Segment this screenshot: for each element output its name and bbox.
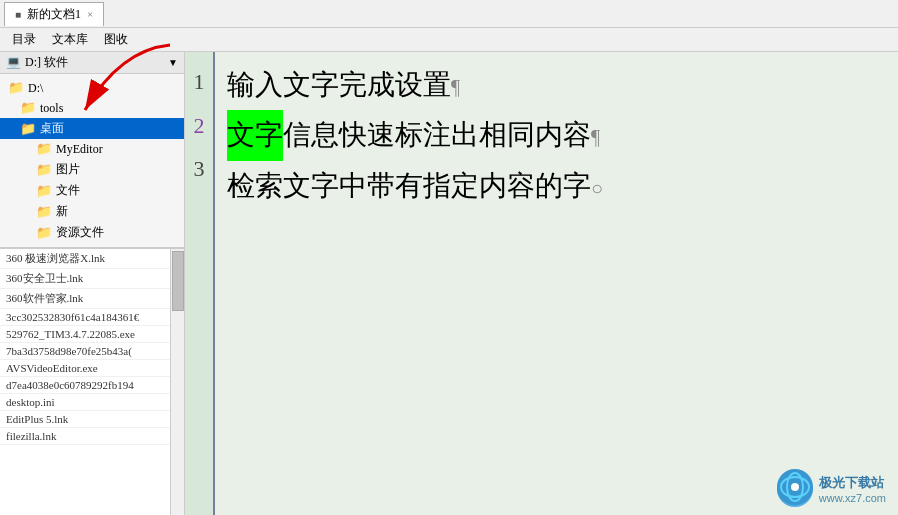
- drive-header[interactable]: 💻 D:] 软件 ▼: [0, 52, 184, 74]
- menu-item-other[interactable]: 图收: [96, 29, 136, 50]
- text-line-3: 检索文字中带有指定内容的字○: [227, 161, 888, 211]
- folder-label: D:\: [28, 81, 43, 96]
- file-item[interactable]: 7ba3d3758d98e70fe25b43a(: [0, 343, 184, 360]
- file-item[interactable]: 3cc302532830f61c4a184361€: [0, 309, 184, 326]
- folder-label: MyEditor: [56, 142, 103, 157]
- drive-icon: 💻: [6, 55, 21, 70]
- scrollbar-thumb[interactable]: [172, 251, 184, 311]
- folder-item-new[interactable]: 📁 新: [0, 201, 184, 222]
- file-item[interactable]: 360软件管家.lnk: [0, 289, 184, 309]
- document-icon: ■: [15, 9, 21, 20]
- file-item[interactable]: 360 极速浏览器X.lnk: [0, 249, 184, 269]
- menu-bar: 目录 文本库 图收: [0, 28, 898, 52]
- scrollbar[interactable]: [170, 249, 184, 515]
- folder-icon: 📁: [36, 141, 52, 157]
- line-num-1: 1: [185, 60, 213, 104]
- folder-tree: 📁 D:\ 📁 tools 📁 桌面 📁 MyEditor: [0, 74, 184, 247]
- file-item[interactable]: filezilla.lnk: [0, 428, 184, 445]
- folder-label: 桌面: [40, 120, 64, 137]
- file-item[interactable]: desktop.ini: [0, 394, 184, 411]
- folder-icon: 📁: [20, 121, 36, 137]
- watermark: 极光下载站 www.xz7.com: [777, 471, 886, 507]
- sidebar: 💻 D:] 软件 ▼ 📁 D:\ 📁 tools 📁 桌面: [0, 52, 185, 515]
- file-item[interactable]: AVSVideoEditor.exe: [0, 360, 184, 377]
- folder-icon: 📁: [8, 80, 24, 96]
- folder-icon: 📁: [20, 100, 36, 116]
- watermark-site: www.xz7.com: [819, 492, 886, 504]
- watermark-logo-text: [777, 469, 813, 510]
- svg-point-3: [791, 483, 799, 491]
- folder-item-drive[interactable]: 📁 D:\: [0, 78, 184, 98]
- highlighted-text: 文字: [227, 110, 283, 160]
- line2-text-after: 信息快速标注出相同内容: [283, 110, 591, 160]
- folder-label: 文件: [56, 182, 80, 199]
- file-item[interactable]: EditPlus 5.lnk: [0, 411, 184, 428]
- text-line-2: 文字信息快速标注出相同内容¶: [227, 110, 888, 160]
- folder-label: tools: [40, 101, 63, 116]
- drive-label: D:] 软件: [25, 54, 68, 71]
- folder-item-files[interactable]: 📁 文件: [0, 180, 184, 201]
- file-item[interactable]: d7ea4038e0c60789292fb194: [0, 377, 184, 394]
- folder-item-tools[interactable]: 📁 tools: [0, 98, 184, 118]
- sidebar-top: 💻 D:] 软件 ▼ 📁 D:\ 📁 tools 📁 桌面: [0, 52, 184, 248]
- watermark-info: 极光下载站 www.xz7.com: [819, 474, 886, 504]
- line-num-3: 3: [185, 147, 213, 191]
- menu-item-textlib[interactable]: 文本库: [44, 29, 96, 50]
- line3-text: 检索文字中带有指定内容的字: [227, 161, 591, 211]
- file-item[interactable]: 529762_TIM3.4.7.22085.exe: [0, 326, 184, 343]
- tab-label: 新的文档1: [27, 6, 81, 23]
- line-num-2: 2: [185, 104, 213, 148]
- folder-label: 资源文件: [56, 224, 104, 241]
- main-layout: 💻 D:] 软件 ▼ 📁 D:\ 📁 tools 📁 桌面: [0, 52, 898, 515]
- menu-item-directory[interactable]: 目录: [4, 29, 44, 50]
- file-item[interactable]: 360安全卫士.lnk: [0, 269, 184, 289]
- line-numbers: 1 2 3: [185, 52, 215, 515]
- text-content[interactable]: 输入文字完成设置¶ 文字信息快速标注出相同内容¶ 检索文字中带有指定内容的字○: [217, 52, 898, 219]
- content-area: 1 2 3 输入文字完成设置¶ 文字信息快速标注出相同内容¶ 检索文字中带有指定…: [185, 52, 898, 515]
- folder-item-desktop[interactable]: 📁 桌面: [0, 118, 184, 139]
- text-line-1: 输入文字完成设置¶: [227, 60, 888, 110]
- search-mark: ○: [591, 170, 603, 206]
- title-bar: ■ 新的文档1 ×: [0, 0, 898, 28]
- folder-label: 新: [56, 203, 68, 220]
- folder-icon: 📁: [36, 183, 52, 199]
- dropdown-icon: ▼: [168, 57, 178, 68]
- title-tab[interactable]: ■ 新的文档1 ×: [4, 2, 104, 26]
- folder-item-resources[interactable]: 📁 资源文件: [0, 222, 184, 243]
- watermark-brand: 极光下载站: [819, 474, 886, 492]
- tab-close-button[interactable]: ×: [87, 8, 93, 20]
- paragraph-mark-1: ¶: [451, 69, 460, 105]
- paragraph-mark-2: ¶: [591, 119, 600, 155]
- line1-text: 输入文字完成设置: [227, 60, 451, 110]
- folder-item-myeditor[interactable]: 📁 MyEditor: [0, 139, 184, 159]
- folder-label: 图片: [56, 161, 80, 178]
- folder-icon: 📁: [36, 162, 52, 178]
- watermark-logo: [777, 471, 813, 507]
- folder-icon: 📁: [36, 225, 52, 241]
- file-list[interactable]: 360 极速浏览器X.lnk 360安全卫士.lnk 360软件管家.lnk 3…: [0, 248, 184, 515]
- folder-icon: 📁: [36, 204, 52, 220]
- folder-item-images[interactable]: 📁 图片: [0, 159, 184, 180]
